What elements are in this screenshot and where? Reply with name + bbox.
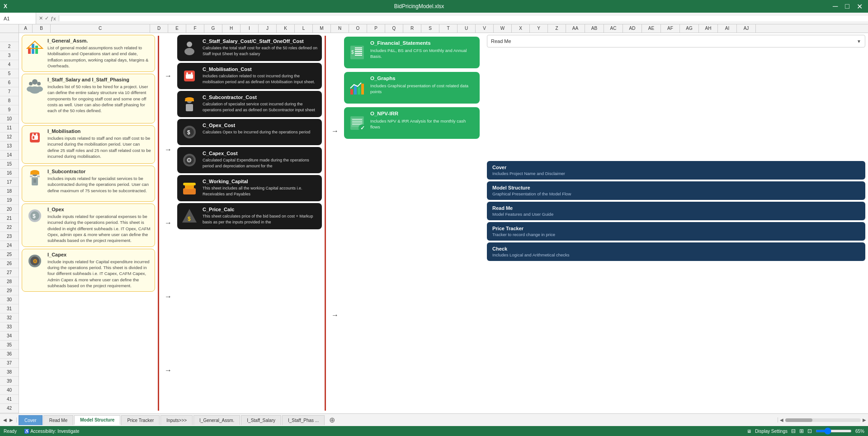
general-assm-title: I_General_Assm. [47, 38, 151, 43]
col-S[interactable]: S [421, 24, 439, 33]
cell-reference[interactable]: A1 [0, 13, 36, 24]
arrow-3: → [165, 219, 172, 227]
status-right: 🖥 Display Settings ⊟ ⊞ ⊡ 65% [747, 428, 864, 434]
col-AE[interactable]: AE [642, 24, 661, 33]
calc-card-working-capital: C_Working_Capital This sheet includes al… [177, 175, 322, 201]
confirm-formula-icon[interactable]: ✓ [45, 15, 49, 21]
col-B[interactable]: B [33, 24, 51, 33]
tab-read-me[interactable]: Read Me [43, 415, 74, 425]
view-page-break-icon[interactable]: ⊡ [807, 428, 812, 434]
nav-check-desc: Includes Logical and Arithmetical checks [492, 252, 860, 257]
nav-read-me-title: Read Me [492, 205, 860, 211]
dropdown-area: Read Me ▼ [487, 35, 865, 47]
tab-cover[interactable]: Cover [19, 415, 42, 425]
tab-staff-salary[interactable]: I_Staff_Salary [241, 415, 281, 425]
col-J[interactable]: J [259, 24, 277, 33]
col-W[interactable]: W [494, 24, 512, 33]
sheet-scroll-left[interactable]: ◀ [2, 417, 8, 422]
view-page-layout-icon[interactable]: ⊞ [799, 428, 804, 434]
add-sheet-button[interactable]: ⊕ [326, 416, 339, 424]
output-card-npv-irr: ✓ O_NPV-IRR Includes NPV & IRR Analysis … [344, 107, 480, 139]
col-AC[interactable]: AC [604, 24, 623, 33]
arrow-col-1: → → → → → [162, 35, 175, 412]
h-scroll-track[interactable] [785, 418, 861, 422]
col-I[interactable]: I [241, 24, 259, 33]
nav-model-structure-title: Model Structure [492, 185, 860, 190]
col-AD[interactable]: AD [623, 24, 642, 33]
maximize-button[interactable]: □ [843, 2, 851, 11]
accessibility-icon: ♿ [24, 429, 29, 434]
col-G[interactable]: G [204, 24, 222, 33]
nav-dropdown[interactable]: Read Me ▼ [487, 35, 865, 47]
minimize-button[interactable]: ─ [831, 2, 840, 11]
zoom-slider[interactable] [816, 430, 852, 432]
col-AA[interactable]: AA [566, 24, 585, 33]
col-F[interactable]: F [186, 24, 204, 33]
nav-card-check[interactable]: Check Includes Logical and Arithmetical … [487, 242, 865, 261]
close-button[interactable]: ✕ [855, 2, 864, 11]
col-M[interactable]: M [313, 24, 331, 33]
col-H[interactable]: H [222, 24, 241, 33]
col-C[interactable]: C [51, 24, 150, 33]
col-U[interactable]: U [458, 24, 476, 33]
excel-logo: X [4, 3, 7, 9]
col-P[interactable]: P [367, 24, 385, 33]
calc-capex-icon: ⚙ [180, 151, 199, 170]
col-E[interactable]: E [168, 24, 186, 33]
nav-model-structure-desc: Graphical Presentation of the Model Flow [492, 191, 860, 196]
nav-card-price-tracker[interactable]: Price Tracker Tracker to record change i… [487, 222, 865, 241]
col-AB[interactable]: AB [585, 24, 604, 33]
arrow-1: → [165, 72, 172, 80]
column-headers: A B C D E F G H I J K L M N O P Q R S T … [0, 24, 868, 33]
nav-card-model-structure[interactable]: Model Structure Graphical Presentation o… [487, 181, 865, 200]
col-Y[interactable]: Y [530, 24, 548, 33]
col-A[interactable]: A [19, 24, 33, 33]
svg-rect-2 [35, 46, 38, 54]
input-card-general-assm: I_General_Assm. List of general model as… [22, 35, 155, 72]
input-card-subcontractor: I_Subcontractor Includes inputs related … [22, 166, 155, 202]
col-AF[interactable]: AF [661, 24, 680, 33]
col-K[interactable]: K [277, 24, 295, 33]
col-AH[interactable]: AH [699, 24, 718, 33]
col-R[interactable]: R [403, 24, 421, 33]
calc-card-capex: ⚙ C_Capex_Cost Calculated Capital Expend… [177, 147, 322, 173]
sheet-scroll-right[interactable]: ▶ [8, 417, 14, 422]
nav-card-read-me[interactable]: Read Me Model Features and User Guide [487, 202, 865, 220]
col-O[interactable]: O [349, 24, 367, 33]
hscroll-left-arrow[interactable]: ◀ [780, 417, 783, 422]
svg-rect-14 [33, 136, 34, 139]
cancel-formula-icon[interactable]: ✕ [39, 15, 43, 21]
tab-general-assm[interactable]: I_General_Assm. [193, 415, 240, 425]
tab-model-structure[interactable]: Model Structure [74, 415, 120, 425]
view-normal-icon[interactable]: ⊟ [791, 428, 796, 434]
col-Q[interactable]: Q [385, 24, 403, 33]
tab-staff-phas[interactable]: I_Staff_Phas ... [282, 415, 325, 425]
svg-rect-63 [352, 121, 362, 123]
col-Z[interactable]: Z [548, 24, 566, 33]
title-bar-right: ─ □ ✕ [831, 2, 864, 11]
insert-function-icon[interactable]: ƒx [51, 16, 56, 21]
col-AJ[interactable]: AJ [737, 24, 756, 33]
svg-rect-37 [185, 100, 194, 101]
left-red-separator [158, 36, 159, 411]
staff-salary-title: I_Staff_Salary and I_Staff_Phasing [47, 77, 151, 82]
svg-text:✓: ✓ [360, 125, 365, 131]
calc-staff-salary-title: C_Staff_Salary_Cost/C_Staff_OneOff_Cost [203, 38, 317, 44]
output-financial-title: O_Financial_Statements [370, 40, 474, 46]
nav-cover-desc: Includes Project Name and Disclaimer [492, 171, 860, 176]
col-D[interactable]: D [150, 24, 168, 33]
nav-card-cover[interactable]: Cover Includes Project Name and Disclaim… [487, 161, 865, 180]
col-AG[interactable]: AG [680, 24, 699, 33]
formula-input[interactable] [59, 16, 868, 21]
col-L[interactable]: L [295, 24, 313, 33]
title-bar-left: X [4, 3, 7, 9]
tab-inputs[interactable]: Inputs>>> [160, 415, 193, 425]
tab-price-tracker[interactable]: Price Tracker [121, 415, 160, 425]
col-AI[interactable]: AI [718, 24, 737, 33]
col-T[interactable]: T [439, 24, 458, 33]
calc-price-calc-desc: This sheet calculates price of the bid b… [203, 213, 317, 225]
hscroll-right-arrow[interactable]: ▶ [863, 417, 866, 422]
col-X[interactable]: X [512, 24, 530, 33]
col-V[interactable]: V [476, 24, 494, 33]
col-N[interactable]: N [331, 24, 349, 33]
